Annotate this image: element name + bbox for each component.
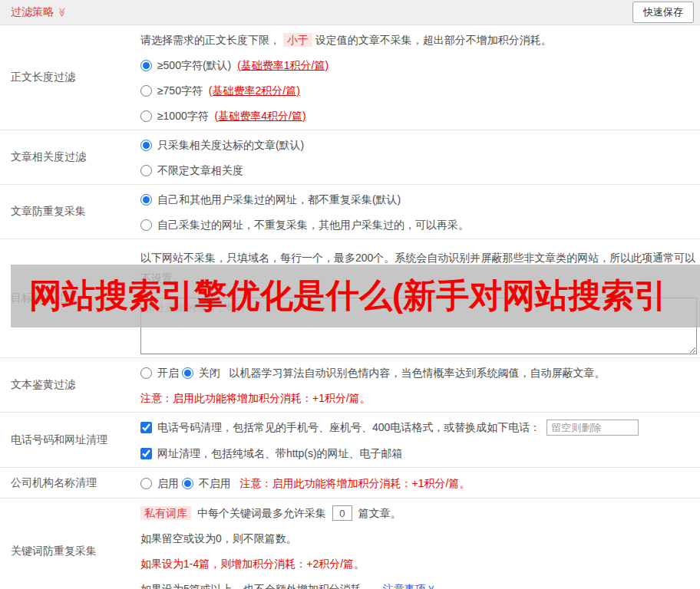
length-option-750: ≥750字符 (基础费率2积分/篇) (140, 83, 697, 98)
private-thesaurus-highlight: 私有词库 (140, 506, 191, 520)
phone-clean-checkbox[interactable] (140, 422, 152, 433)
dedup-option-self: 自己采集过的网址，不重复采集，其他用户采集过的，可以再采。 (140, 217, 697, 232)
row-label: 关键词防重复采集 (0, 499, 140, 589)
url-clean-line: 网址清理，包括纯域名、带http(s)的网址、电子邮箱 (140, 446, 697, 461)
keyword-limit-line: 私有词库 中每个关键词最多允许采集 篇文章。 (140, 505, 697, 522)
dedup-self-radio[interactable] (140, 219, 152, 231)
topbar: 过滤策略 ≫ 快速保存 (0, 0, 700, 25)
max-articles-input[interactable] (332, 505, 352, 521)
keyword-note-over5: 如果设为5篇或以上，也不会额外增加积分消耗。 注意事项≫ (140, 581, 697, 589)
dedup-option-global: 自己和其他用户采集过的网址，都不重复采集(默认) (140, 192, 697, 207)
row-label: 电话号码和网址清理 (0, 413, 140, 467)
keyword-note-fee: 如果设为1-4篇，则增加积分消耗：+2积分/篇。 (140, 556, 697, 571)
company-clean-warning: 注意：启用此功能将增加积分消耗：+1积分/篇。 (240, 477, 471, 489)
length-500-fee-note: (基础费率1积分/篇) (237, 59, 329, 71)
company-enable-radio[interactable] (140, 478, 152, 489)
porn-off-radio[interactable] (182, 367, 193, 379)
porn-filter-warning: 注意：启用此功能将增加积分消耗：+1积分/篇。 (140, 390, 697, 406)
row-label: 文章相关度过滤 (0, 130, 140, 184)
length-750-radio[interactable] (140, 85, 152, 97)
row-company-clean: 公司机构名称清理 启用 不启用 注意：启用此功能将增加积分消耗：+1积分/篇。 (0, 468, 700, 499)
caption-overlay: 网站搜索引擎优化是什么(新手对网站搜索引 (11, 265, 700, 327)
keyword-note-unlimited: 如果留空或设为0，则不限篇数。 (140, 531, 697, 546)
relevance-strict-radio[interactable] (140, 140, 152, 151)
relevance-any-radio[interactable] (140, 165, 152, 176)
row-article-dedup: 文章防重复采集 自己和其他用户采集过的网址，都不重复采集(默认) 自己采集过的网… (0, 185, 700, 239)
length-option-500: ≥500字符(默认) (基础费率1积分/篇) (140, 58, 697, 73)
quick-save-button[interactable]: 快速保存 (632, 2, 694, 23)
row-phone-url-clean: 电话号码和网址清理 电话号码清理，包括常见的手机号、座机号、400电话格式，或替… (0, 413, 700, 468)
length-filter-intro: 请选择需求的正文长度下限， 小于 设定值的文章不采集，超出部分不增加积分消耗。 (140, 32, 697, 48)
row-porn-filter: 文本鉴黄过滤 开启 关闭 以机器学习算法自动识别色情内容，当色情概率达到系统阈值… (0, 358, 700, 413)
length-1000-fee-note: (基础费率4积分/篇) (215, 110, 306, 122)
row-content-length-filter: 正文长度过滤 请选择需求的正文长度下限， 小于 设定值的文章不采集，超出部分不增… (0, 25, 700, 130)
section-title-filter-strategy[interactable]: 过滤策略 ≫ (11, 5, 68, 19)
porn-on-radio[interactable] (140, 367, 152, 379)
notice-link[interactable]: 注意事项≫ (383, 583, 437, 589)
row-label: 公司机构名称清理 (0, 468, 140, 498)
porn-filter-desc: 以机器学习算法自动识别色情内容，当色情概率达到系统阈值，自动屏蔽文章。 (229, 367, 606, 379)
row-label: 正文长度过滤 (0, 25, 140, 130)
dedup-global-radio[interactable] (140, 194, 152, 206)
relevance-option-any: 不限定文章相关度 (140, 163, 697, 178)
length-1000-radio[interactable] (140, 110, 152, 122)
relevance-option-strict: 只采集相关度达标的文章(默认) (140, 137, 697, 153)
length-750-fee-note: (基础费率2积分/篇) (209, 84, 300, 97)
length-option-1000: ≥1000字符 (基础费率4积分/篇) (140, 108, 697, 123)
porn-filter-options: 开启 关闭 以机器学习算法自动识别色情内容，当色情概率达到系统阈值，自动屏蔽文章… (140, 365, 697, 380)
row-relevance-filter: 文章相关度过滤 只采集相关度达标的文章(默认) 不限定文章相关度 (0, 130, 700, 185)
row-label: 文章防重复采集 (0, 185, 140, 239)
section-title-label: 过滤策略 (11, 5, 54, 19)
chevron-down-icon: ≫ (424, 585, 439, 589)
less-than-highlight: 小于 (283, 33, 312, 47)
replacement-phone-input[interactable] (546, 420, 639, 436)
chevron-down-icon: ≫ (57, 8, 68, 18)
company-disable-radio[interactable] (182, 478, 193, 489)
url-clean-checkbox[interactable] (140, 448, 152, 459)
row-label: 文本鉴黄过滤 (0, 358, 140, 412)
row-keyword-dedup: 关键词防重复采集 私有词库 中每个关键词最多允许采集 篇文章。 如果留空或设为0… (0, 499, 700, 589)
phone-clean-line: 电话号码清理，包括常见的手机号、座机号、400电话格式，或替换成如下电话： (140, 420, 697, 436)
company-clean-options: 启用 不启用 注意：启用此功能将增加积分消耗：+1积分/篇。 (140, 475, 697, 491)
caption-overlay-text: 网站搜索引擎优化是什么(新手对网站搜索引 (29, 274, 667, 318)
length-500-radio[interactable] (140, 60, 152, 71)
